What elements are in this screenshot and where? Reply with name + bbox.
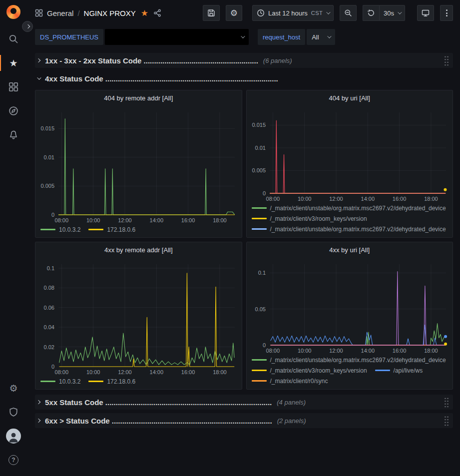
legend-color-swatch (40, 381, 55, 382)
explore-button[interactable] (3, 101, 23, 121)
legend-series-label: /_matrix/client/unstable/org.matrix.msc2… (270, 226, 446, 233)
svg-text:0: 0 (51, 364, 54, 370)
legend-item[interactable]: 10.0.3.2 (40, 226, 80, 233)
chevron-right-icon (36, 400, 40, 404)
legend-item[interactable]: /_matrix/client/unstable/org.matrix.msc2… (252, 388, 446, 389)
svg-text:18:00: 18:00 (213, 369, 227, 375)
panel-4xx-by-uri: 4xx by uri [All] 08:0010:0012:0014:0016:… (246, 242, 454, 390)
zoom-out-button[interactable] (340, 5, 357, 21)
legend-item[interactable]: /sw.js (375, 236, 408, 237)
time-range-picker[interactable]: Last 12 hours CST (252, 5, 334, 21)
favorite-star-button[interactable]: ★ (140, 9, 149, 17)
svg-text:08:00: 08:00 (266, 348, 280, 354)
legend-color-swatch (252, 207, 267, 209)
svg-text:0: 0 (262, 190, 265, 196)
panel-legend: /_matrix/client/unstable/org.matrix.msc2… (247, 355, 453, 389)
variable-label-ds-prometheus: DS_PROMETHEUS (35, 29, 103, 45)
breadcrumb: General / NGINX PROXY ★ (35, 9, 161, 17)
row-title: 1xx - 3xx - 2xx Status Code ............… (45, 56, 258, 65)
svg-text:08:00: 08:00 (55, 369, 69, 375)
dashboard-settings-button[interactable]: ⚙ (226, 5, 242, 21)
variable-value-ds-prometheus[interactable] (105, 29, 249, 45)
panels-grid: 404 by remote addr [All] 08:0010:0012:00… (35, 90, 453, 390)
legend-item[interactable]: /_matrix/client/v3/room_keys/version (252, 215, 367, 222)
panel-chart[interactable]: 08:0010:0012:0014:0016:0018:0000.0050.01… (35, 105, 242, 225)
breadcrumb-dashboard-title[interactable]: NGINX PROXY (84, 9, 136, 17)
svg-text:18:00: 18:00 (424, 348, 438, 354)
search-button[interactable] (3, 29, 23, 49)
refresh-interval-label: 30s (384, 9, 394, 17)
svg-text:0.015: 0.015 (252, 122, 266, 128)
legend-item[interactable]: /_matrix/client/unstable/org.matrix.msc2… (252, 356, 446, 364)
starred-dashboards-button[interactable]: ★ (3, 53, 23, 73)
alerting-bell-icon (8, 130, 18, 140)
panel-chart[interactable]: 08:0010:0012:0014:0016:0018:0000.050.1 (247, 257, 453, 355)
svg-text:16:00: 16:00 (392, 196, 406, 202)
user-profile-button[interactable] (3, 426, 23, 446)
legend-item[interactable]: /_matrix/client/v3/room_keys/version (252, 236, 367, 237)
panel-legend: /_matrix/client/unstable/org.matrix.msc2… (247, 203, 453, 237)
person-icon (7, 431, 20, 444)
svg-text:0.06: 0.06 (44, 305, 54, 311)
row-6xx-status-code[interactable]: 6xx > Status Code ......................… (35, 413, 453, 428)
row-1xx-3xx-2xx-status-code[interactable]: 1xx - 3xx - 2xx Status Code ............… (35, 53, 453, 68)
panel-chart[interactable]: 08:0010:0012:0014:0016:0018:0000.0050.01… (247, 105, 453, 203)
grafana-logo-swirl (6, 5, 20, 19)
refresh-interval-dropdown[interactable]: 30s (379, 5, 405, 21)
breadcrumb-section[interactable]: General (47, 9, 73, 17)
legend-item[interactable]: /_matrix/client/v3/room_keys/version (252, 367, 367, 374)
apps-grid-icon (35, 9, 43, 17)
panel-chart[interactable]: 08:0010:0012:0014:0016:0018:0000.020.040… (35, 257, 242, 377)
legend-item[interactable]: /_matrix/client/r0/sync (252, 377, 328, 385)
dashboard-body: 1xx - 3xx - 2xx Status Code ............… (27, 50, 460, 476)
row-drag-handle[interactable] (444, 55, 449, 66)
panel-title[interactable]: 404 by remote addr [All] (35, 90, 242, 105)
svg-text:0.1: 0.1 (47, 265, 54, 271)
help-button[interactable]: ? (3, 450, 23, 470)
chevron-down-icon (241, 34, 245, 38)
legend-color-swatch (252, 370, 267, 371)
variables-bar: DS_PROMETHEUS request_host All (27, 26, 460, 50)
legend-item[interactable]: 172.18.0.6 (88, 378, 135, 385)
grafana-logo[interactable] (6, 5, 20, 19)
svg-text:0.02: 0.02 (44, 344, 54, 350)
server-admin-settings-button[interactable]: ⚙ (3, 378, 23, 398)
more-options-button[interactable] (440, 5, 453, 21)
help-glyph: ? (11, 457, 15, 464)
legend-item[interactable]: 10.0.3.2 (40, 378, 80, 385)
sidebar-expand-button[interactable] (22, 21, 33, 32)
panel-title[interactable]: 404 by uri [All] (247, 90, 453, 105)
svg-text:10:00: 10:00 (297, 196, 311, 202)
dashboards-grid-icon (8, 82, 18, 92)
kebab-menu-icon (446, 9, 448, 16)
alerting-button[interactable] (3, 125, 23, 145)
svg-text:0: 0 (262, 342, 265, 348)
row-drag-handle[interactable] (444, 416, 449, 426)
svg-text:0.005: 0.005 (40, 183, 54, 189)
row-drag-handle[interactable] (444, 397, 449, 408)
panel-title[interactable]: 4xx by remote addr [All] (35, 242, 242, 257)
panel-legend: 10.0.3.2172.18.0.6 (35, 225, 242, 237)
row-4xx-status-code[interactable]: 4xx Status Code ........................… (35, 71, 453, 86)
legend-item[interactable]: 172.18.0.6 (88, 226, 135, 233)
panel-title[interactable]: 4xx by uri [All] (247, 242, 453, 257)
breadcrumb-separator: / (77, 9, 79, 17)
share-button[interactable] (153, 9, 161, 17)
save-dashboard-button[interactable] (203, 5, 220, 21)
chevron-down-icon (326, 10, 330, 14)
legend-item[interactable]: /_matrix/client/unstable/org.matrix.msc2… (252, 225, 446, 233)
dashboards-button[interactable] (3, 77, 23, 97)
clock-icon (257, 9, 265, 17)
row-5xx-status-code[interactable]: 5xx Status Code ........................… (35, 395, 453, 410)
refresh-button[interactable] (363, 5, 379, 21)
refresh-icon (367, 9, 375, 17)
admin-button[interactable] (3, 402, 23, 422)
svg-text:14:00: 14:00 (150, 217, 164, 223)
tv-mode-button[interactable] (417, 5, 434, 21)
row-title: 4xx Status Code ........................… (45, 74, 278, 83)
legend-item[interactable]: /api/live/ws (375, 367, 423, 374)
chevron-right-icon (36, 419, 40, 423)
variable-value-request-host[interactable]: All (307, 29, 335, 45)
legend-item[interactable]: /_matrix/client/unstable/org.matrix.msc2… (252, 204, 446, 212)
sidebar-bottom: ⚙ ? (3, 376, 23, 472)
